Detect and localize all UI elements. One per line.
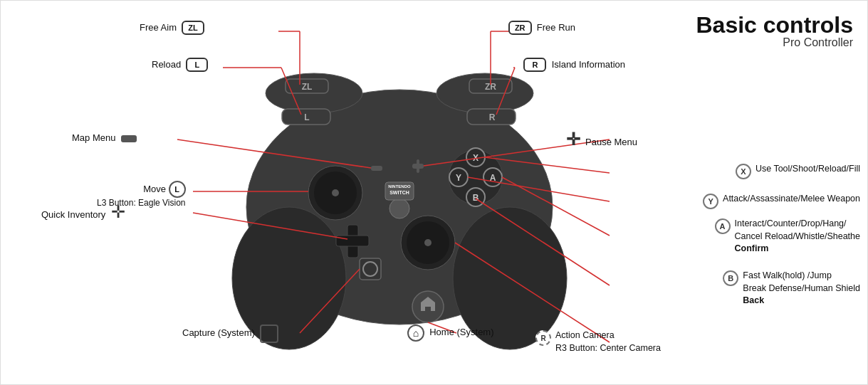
svg-text:X: X [473,153,479,163]
svg-point-14 [466,148,485,167]
svg-rect-11 [347,225,358,258]
minus-button-icon [121,135,137,142]
x-button-text: Use Tool/Shoot/Reload/Fill [755,163,860,176]
svg-line-49 [177,139,371,168]
home-label: ⌂ Home (System) [407,325,494,342]
main-container: Basic controls Pro Controller [0,0,868,385]
svg-point-31 [412,291,444,322]
reload-label: Reload L [152,58,208,72]
y-face-button-icon: Y [703,194,718,209]
pause-menu-label: ✛ Pause Menu [566,131,637,148]
y-button-label: Y Attack/Assassinate/Melee Weapon [703,193,860,209]
svg-text:R: R [489,112,496,122]
svg-rect-24 [417,159,419,173]
svg-point-7 [332,189,339,196]
l-button: L [186,58,208,72]
b-face-button-icon: B [723,270,738,286]
svg-point-0 [246,90,553,325]
svg-point-25 [389,199,409,218]
svg-line-56 [476,199,610,285]
svg-line-55 [502,177,610,236]
title-area: Basic controls Pro Controller [696,14,853,49]
svg-text:L: L [304,112,309,122]
svg-point-13 [449,150,503,204]
svg-marker-32 [421,297,435,311]
svg-point-18 [483,168,502,186]
plus-button-icon: ✛ [566,131,580,148]
svg-text:ZL: ZL [302,82,313,92]
svg-text:ZR: ZR [485,82,496,92]
r-stick-icon: R [535,330,551,346]
svg-point-4 [436,73,533,113]
svg-line-53 [485,157,610,173]
quick-inventory-label: Quick Inventory ✛ [41,202,125,222]
svg-point-8 [401,216,455,270]
free-aim-label: Free Aim ZL [140,21,204,35]
svg-text:Y: Y [456,173,461,183]
action-camera-label: R Action Camera R3 Button: Center Camera [535,329,661,354]
island-info-label: R Island Information [523,58,625,72]
svg-line-57 [300,269,360,333]
svg-rect-39 [469,79,512,93]
svg-rect-22 [371,166,382,171]
main-title: Basic controls [696,14,853,36]
x-button-label: X Use Tool/Shoot/Reload/Fill [736,163,860,179]
map-menu-label: Map Menu [72,132,137,143]
y-button-text: Attack/Assassinate/Melee Weapon [723,193,860,206]
svg-point-6 [314,172,357,214]
svg-point-10 [424,239,432,246]
svg-line-44 [281,68,301,115]
svg-rect-12 [336,236,369,246]
b-button-label: B Fast Walk(hold) /Jump Break Defense/Hu… [723,270,860,307]
svg-point-16 [449,168,468,186]
svg-rect-35 [286,79,328,93]
svg-rect-26 [385,182,414,200]
dpad-icon: ✛ [111,202,125,221]
a-button-label: A Interact/Counter/Drop/Hang/ Cancel Rel… [715,218,861,255]
svg-text:NINTENDO: NINTENDO [388,184,411,189]
b-button-text: Fast Walk(hold) /Jump Break Defense/Huma… [743,270,860,307]
svg-point-9 [407,221,449,264]
svg-point-20 [466,188,485,206]
capture-label: Capture (System) [182,325,278,343]
svg-rect-33 [282,109,330,125]
svg-text:A: A [490,173,496,183]
svg-rect-29 [360,258,381,280]
svg-rect-37 [467,109,516,125]
svg-point-5 [308,166,362,220]
a-button-text: Interact/Counter/Drop/Hang/ Cancel Reloa… [735,218,861,255]
home-icon-circle: ⌂ [407,325,424,342]
svg-point-3 [266,73,362,113]
sub-title: Pro Controller [696,36,853,49]
action-camera-text: Action Camera R3 Button: Center Camera [555,329,661,354]
free-run-label: ZR Free Run [508,21,575,35]
controller-shape: X Y A B NINTENDO SWITCH [232,73,567,349]
svg-point-30 [363,262,377,276]
svg-line-54 [468,177,610,201]
svg-text:SWITCH: SWITCH [389,190,409,195]
a-face-button-icon: A [715,218,731,234]
svg-line-48 [496,68,515,115]
zr-button: ZR [508,21,532,35]
x-face-button-icon: X [736,164,751,179]
svg-text:B: B [473,193,479,203]
r-button: R [523,58,546,72]
zl-button: ZL [182,21,204,35]
l-stick-icon: L [169,181,186,198]
svg-rect-23 [412,164,424,169]
svg-line-52 [193,213,347,239]
